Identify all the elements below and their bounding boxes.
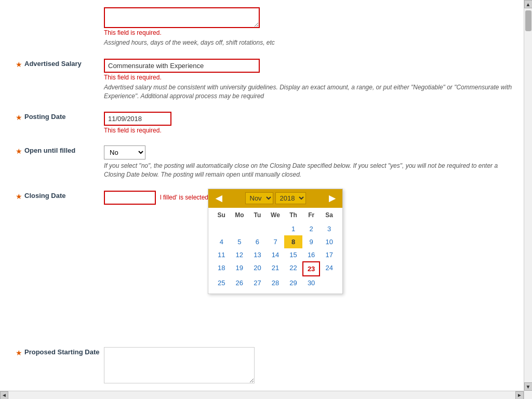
calendar-day-cell[interactable]: 3 — [320, 222, 338, 235]
advertised-salary-label: Advertised Salary — [24, 60, 82, 68]
closing-date-label: Closing Date — [24, 192, 65, 200]
cal-header-fr: Fr — [302, 210, 321, 220]
scroll-up-btn[interactable]: ▲ — [524, 0, 533, 8]
calendar-grid: 1234567891011121314151617181920212223242… — [212, 222, 338, 289]
cal-header-th: Th — [284, 210, 302, 220]
calendar-day-cell[interactable]: 14 — [267, 248, 285, 261]
cal-header-sa: Sa — [320, 210, 338, 220]
open-until-filled-row: ★ Open until filled No Yes If you select… — [0, 143, 516, 179]
calendar-day-cell[interactable]: 2 — [302, 222, 321, 235]
calendar-day-cell — [212, 222, 231, 235]
form-area: This field is required. Assigned hours, … — [0, 0, 532, 399]
calendar-body: Su Mo Tu We Th Fr Sa 1234567891011121314… — [208, 208, 342, 294]
calendar-day-cell[interactable]: 24 — [320, 261, 338, 276]
closing-date-input[interactable] — [104, 191, 156, 205]
calendar-day-cell[interactable]: 23 — [302, 261, 321, 276]
advertised-salary-required: ★ — [16, 60, 22, 69]
closing-date-error-inline: l filled' is selected. — [160, 194, 210, 201]
proposed-starting-date-label-col: ★ Proposed Starting Date — [0, 345, 104, 357]
posting-date-label-col: ★ Posting Date — [0, 110, 104, 122]
calendar-day-cell[interactable]: 29 — [284, 276, 302, 289]
top-textarea-row: This field is required. Assigned hours, … — [0, 5, 516, 47]
calendar-day-cell[interactable]: 9 — [302, 235, 321, 248]
calendar-day-cell — [248, 222, 267, 235]
calendar-day-cell[interactable]: 5 — [231, 235, 249, 248]
advertised-salary-field-col: This field is required. Advertised salar… — [104, 57, 516, 101]
open-until-filled-label: Open until filled — [24, 147, 75, 154]
calendar-month-select[interactable]: Nov — [245, 192, 273, 204]
proposed-starting-label: Proposed Starting Date — [24, 348, 99, 356]
scroll-thumb[interactable] — [525, 10, 531, 31]
calendar-day-cell[interactable]: 1 — [284, 222, 302, 235]
calendar-next-btn[interactable]: ▶ — [326, 192, 338, 205]
cal-header-mo: Mo — [231, 210, 249, 220]
calendar-header: ◀ Nov 2018 ▶ — [208, 189, 342, 208]
advertised-salary-input[interactable] — [104, 59, 260, 73]
top-textarea-error: This field is required. — [104, 29, 516, 36]
posting-date-field-col: This field is required. — [104, 110, 516, 134]
cal-header-we: We — [267, 210, 285, 220]
top-label-col — [0, 5, 104, 8]
advertised-salary-error: This field is required. — [104, 74, 516, 81]
open-until-filled-select[interactable]: No Yes — [104, 145, 145, 159]
advertised-salary-row: ★ Advertised Salary This field is requir… — [0, 57, 516, 101]
calendar-day-cell[interactable]: 19 — [231, 261, 249, 276]
posting-date-row: ★ Posting Date This field is required. — [0, 110, 516, 134]
calendar-day-cell[interactable]: 20 — [248, 261, 267, 276]
open-until-filled-field-col: No Yes If you select "no", the posting w… — [104, 143, 516, 179]
scroll-bottom-track — [8, 391, 515, 399]
calendar-day-cell[interactable]: 11 — [212, 248, 231, 261]
calendar-day-cell — [231, 222, 249, 235]
calendar-selects: Nov 2018 — [245, 192, 306, 204]
calendar-day-cell — [267, 222, 285, 235]
closing-date-field-col: l filled' is selected. ◀ Nov 2018 — [104, 189, 516, 205]
closing-date-row: ★ Closing Date l filled' is selected. ◀ — [0, 189, 516, 205]
proposed-starting-field-col — [104, 345, 516, 385]
proposed-starting-date-row: ★ Proposed Starting Date — [0, 345, 516, 385]
calendar-day-cell[interactable]: 8 — [284, 235, 302, 248]
posting-date-error: This field is required. — [104, 127, 516, 134]
calendar-day-cell[interactable]: 25 — [212, 276, 231, 289]
calendar-day-cell[interactable]: 28 — [267, 276, 285, 289]
calendar-day-cell[interactable]: 15 — [284, 248, 302, 261]
calendar-prev-btn[interactable]: ◀ — [212, 192, 225, 205]
posting-date-label: Posting Date — [24, 113, 65, 121]
calendar-day-cell[interactable]: 27 — [248, 276, 267, 289]
scrollbar-bottom: ◄ ► — [0, 391, 524, 399]
open-until-filled-required: ★ — [16, 147, 22, 155]
calendar-day-cell[interactable]: 12 — [231, 248, 249, 261]
calendar-year-select[interactable]: 2018 — [275, 192, 306, 204]
posting-date-input[interactable] — [104, 112, 171, 126]
top-textarea-input[interactable] — [104, 7, 260, 28]
calendar-day-cell[interactable]: 30 — [302, 276, 321, 289]
open-until-filled-note: If you select "no", the posting will aut… — [104, 162, 516, 179]
scroll-down-btn[interactable]: ▼ — [524, 382, 533, 391]
advertised-salary-label-col: ★ Advertised Salary — [0, 57, 104, 69]
advertised-salary-note: Advertised salary must be consistent wit… — [104, 83, 516, 101]
scroll-right-btn[interactable]: ► — [515, 391, 524, 400]
calendar-day-cell[interactable]: 21 — [267, 261, 285, 276]
open-until-filled-label-col: ★ Open until filled — [0, 143, 104, 155]
calendar-day-cell[interactable]: 26 — [231, 276, 249, 289]
calendar-day-cell[interactable]: 4 — [212, 235, 231, 248]
calendar-day-cell[interactable]: 7 — [267, 235, 285, 248]
calendar-day-cell[interactable]: 17 — [320, 248, 338, 261]
cal-header-su: Su — [212, 210, 231, 220]
page-wrapper: This field is required. Assigned hours, … — [0, 0, 532, 399]
closing-date-label-col: ★ Closing Date — [0, 189, 104, 201]
main-content: This field is required. Assigned hours, … — [0, 0, 532, 399]
posting-date-required: ★ — [16, 113, 22, 122]
closing-date-required: ★ — [16, 192, 22, 201]
calendar-day-cell[interactable]: 13 — [248, 248, 267, 261]
calendar-day-cell[interactable]: 16 — [302, 248, 321, 261]
scrollbar-right: ▲ ▼ — [524, 0, 532, 399]
calendar-day-cell[interactable]: 22 — [284, 261, 302, 276]
proposed-starting-required: ★ — [16, 349, 22, 357]
calendar-day-cell[interactable]: 18 — [212, 261, 231, 276]
calendar-day-headers: Su Mo Tu We Th Fr Sa — [212, 210, 338, 220]
calendar-day-cell[interactable]: 10 — [320, 235, 338, 248]
calendar-day-cell[interactable]: 6 — [248, 235, 267, 248]
top-field-col: This field is required. Assigned hours, … — [104, 5, 516, 47]
scroll-left-btn[interactable]: ◄ — [0, 391, 8, 400]
proposed-starting-input[interactable] — [104, 347, 255, 383]
